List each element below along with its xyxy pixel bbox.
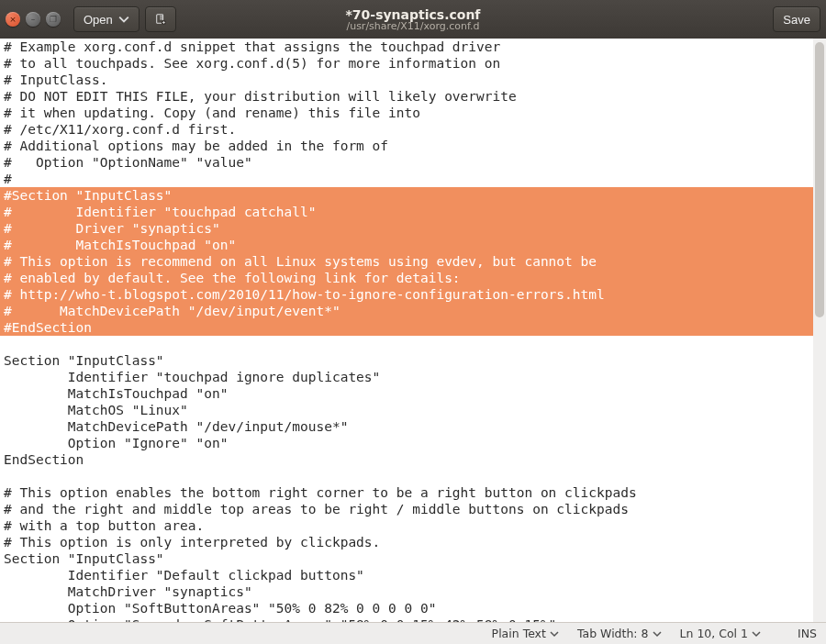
chevron-down-icon (118, 14, 129, 25)
cursor-position-label: Ln 10, Col 1 (680, 627, 749, 640)
tab-width-dropdown[interactable]: Tab Width: 8 (577, 627, 662, 640)
open-button-label: Open (84, 13, 113, 27)
insert-mode[interactable]: INS (798, 627, 817, 640)
syntax-mode-label: Plain Text (492, 627, 546, 640)
document-title: *70-synaptics.conf (346, 7, 481, 22)
close-icon[interactable]: × (6, 12, 20, 27)
cursor-position[interactable]: Ln 10, Col 1 (680, 627, 762, 640)
minimize-icon[interactable]: – (26, 12, 40, 27)
code-content[interactable]: # Example xorg.conf.d snippet that assig… (0, 39, 826, 622)
tab-width-label: Tab Width: 8 (577, 627, 649, 640)
syntax-mode-dropdown[interactable]: Plain Text (492, 627, 559, 640)
save-button[interactable]: Save (773, 6, 820, 32)
window-controls: × – ❐ (6, 12, 61, 27)
statusbar: Plain Text Tab Width: 8 Ln 10, Col 1 INS (0, 622, 826, 644)
titlebar: × – ❐ Open *70-synaptics.conf /usr/share… (0, 0, 826, 39)
editor-area[interactable]: # Example xorg.conf.d snippet that assig… (0, 39, 826, 622)
chevron-down-icon (752, 629, 761, 638)
scrollbar-track[interactable] (813, 39, 826, 622)
document-path: /usr/share/X11/xorg.conf.d (346, 20, 479, 32)
open-button[interactable]: Open (73, 6, 140, 32)
save-button-label: Save (783, 13, 810, 27)
scrollbar-thumb[interactable] (815, 42, 824, 317)
new-document-icon (155, 14, 166, 25)
maximize-icon[interactable]: ❐ (46, 12, 61, 27)
new-tab-button[interactable] (145, 6, 176, 32)
chevron-down-icon (653, 629, 662, 638)
chevron-down-icon (550, 629, 559, 638)
